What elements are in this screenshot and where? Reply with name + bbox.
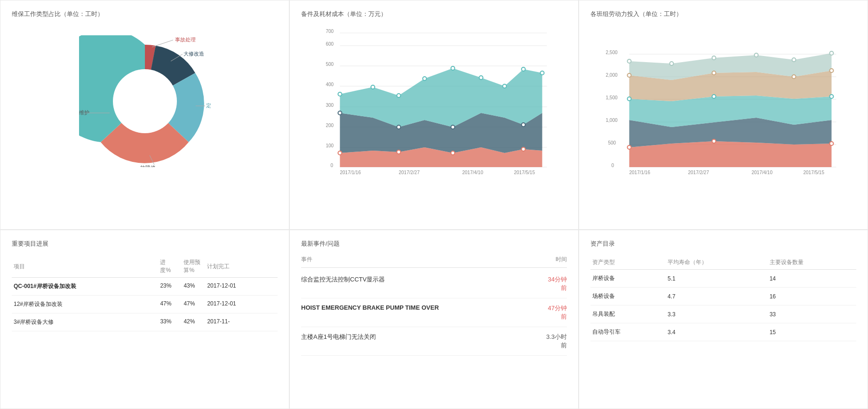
svg-point-72 bbox=[830, 95, 834, 98]
project-budget-3: 42% bbox=[182, 313, 205, 331]
svg-text:100: 100 bbox=[326, 143, 334, 148]
event-name-2: HOIST EMERGENCY BRAKE PUMP TIME OVER bbox=[301, 304, 548, 311]
asset-life-2: 4.7 bbox=[666, 288, 768, 305]
svg-point-42 bbox=[451, 151, 455, 155]
events-col-time: 时间 bbox=[556, 256, 567, 264]
svg-line-2 bbox=[152, 40, 173, 47]
col-date: 计划完工 bbox=[205, 256, 278, 278]
svg-text:2017/4/10: 2017/4/10 bbox=[462, 170, 484, 175]
project-budget-1: 43% bbox=[182, 278, 205, 296]
project-date-3: 2017-11- bbox=[205, 313, 278, 331]
svg-point-29 bbox=[397, 94, 401, 97]
asset-type-3: 吊具装配 bbox=[590, 305, 666, 323]
svg-text:0: 0 bbox=[612, 163, 614, 168]
events-col-event: 事件 bbox=[301, 256, 312, 264]
event-row-2: HOIST EMERGENCY BRAKE PUMP TIME OVER 47分… bbox=[301, 298, 567, 327]
svg-point-73 bbox=[628, 145, 631, 149]
svg-text:2,000: 2,000 bbox=[606, 72, 618, 78]
asset-count-1: 14 bbox=[768, 270, 856, 288]
dashboard: 维保工作类型占比（单位：工时） bbox=[0, 0, 868, 409]
col-project: 项目 bbox=[12, 256, 158, 278]
assets-table: 资产类型 平均寿命（年） 主要设备数量 岸桥设备 5.1 14 场桥设备 4.7… bbox=[590, 256, 856, 341]
events-title: 最新事件/问题 bbox=[301, 240, 567, 248]
project-row-3: 3#岸桥设备大修 33% 42% 2017-11- bbox=[12, 313, 278, 331]
project-name-2: 12#岸桥设备加改装 bbox=[12, 296, 158, 313]
projects-panel: 重要项目进展 项目 进 度% 使用预 算% 计划完工 QC-001#岸桥设备加改… bbox=[0, 230, 289, 409]
labor-panel: 各班组劳动力投入（单位：工时） 0 500 1,000 1,500 2,000 … bbox=[579, 0, 868, 230]
assets-col-count: 主要设备数量 bbox=[768, 256, 856, 270]
col-progress: 进 度% bbox=[158, 256, 182, 278]
svg-point-43 bbox=[522, 147, 526, 151]
svg-text:2017/4/10: 2017/4/10 bbox=[752, 170, 773, 175]
project-progress-2: 47% bbox=[158, 296, 182, 313]
label-repair: 故障修 bbox=[140, 165, 156, 167]
labor-title: 各班组劳动力投入（单位：工时） bbox=[590, 10, 856, 18]
event-row-3: 主楼A座1号电梯门无法关闭 3.3小时前 bbox=[301, 327, 567, 356]
svg-point-60 bbox=[628, 59, 631, 63]
svg-point-28 bbox=[371, 85, 375, 89]
col-budget: 使用预 算% bbox=[182, 256, 205, 278]
asset-count-4: 15 bbox=[768, 323, 856, 341]
svg-point-1 bbox=[113, 69, 177, 133]
svg-text:200: 200 bbox=[326, 123, 334, 128]
svg-text:2017/1/16: 2017/1/16 bbox=[629, 170, 651, 175]
svg-text:500: 500 bbox=[608, 140, 616, 145]
asset-type-2: 场桥设备 bbox=[590, 288, 666, 305]
label-accident: 事故处理 bbox=[175, 37, 196, 42]
project-name-3: 3#岸桥设备大修 bbox=[12, 313, 158, 331]
svg-point-69 bbox=[830, 69, 834, 72]
svg-text:1,500: 1,500 bbox=[606, 95, 618, 100]
asset-count-3: 33 bbox=[768, 305, 856, 323]
labor-area-red bbox=[629, 141, 832, 167]
event-row-1: 综合监控无法控制CCTV显示器 34分钟前 bbox=[301, 270, 567, 298]
svg-point-40 bbox=[338, 151, 342, 155]
svg-point-70 bbox=[628, 97, 631, 101]
assets-title: 资产目录 bbox=[590, 240, 856, 248]
svg-point-38 bbox=[451, 125, 455, 129]
svg-point-65 bbox=[830, 51, 834, 55]
svg-point-71 bbox=[712, 95, 716, 98]
svg-point-30 bbox=[423, 77, 427, 80]
svg-point-64 bbox=[792, 58, 796, 62]
asset-count-2: 16 bbox=[768, 288, 856, 305]
event-time-2: 47分钟前 bbox=[548, 304, 567, 321]
svg-text:400: 400 bbox=[326, 82, 334, 87]
svg-text:600: 600 bbox=[326, 41, 334, 47]
svg-point-66 bbox=[628, 73, 631, 77]
labor-chart-container: 0 500 1,000 1,500 2,000 2,500 2017/1/16 … bbox=[590, 26, 856, 176]
asset-row-4: 自动导引车 3.4 15 bbox=[590, 323, 856, 341]
assets-panel: 资产目录 资产类型 平均寿命（年） 主要设备数量 岸桥设备 5.1 14 场桥设… bbox=[579, 230, 868, 409]
svg-point-35 bbox=[541, 71, 544, 75]
svg-point-36 bbox=[338, 111, 342, 115]
event-name-1: 综合监控无法控制CCTV显示器 bbox=[301, 275, 548, 284]
assets-col-life: 平均寿命（年） bbox=[666, 256, 768, 270]
project-date-1: 2017-12-01 bbox=[205, 278, 278, 296]
svg-text:2017/2/27: 2017/2/27 bbox=[399, 170, 420, 175]
donut-title: 维保工作类型占比（单位：工时） bbox=[12, 10, 278, 18]
label-overhaul: 大修改造 bbox=[183, 51, 204, 56]
svg-text:0: 0 bbox=[331, 163, 334, 168]
asset-type-1: 岸桥设备 bbox=[590, 270, 666, 288]
svg-text:300: 300 bbox=[326, 103, 334, 108]
svg-text:2017/5/15: 2017/5/15 bbox=[804, 170, 825, 175]
svg-point-75 bbox=[830, 142, 834, 145]
asset-row-1: 岸桥设备 5.1 14 bbox=[590, 270, 856, 288]
svg-text:700: 700 bbox=[326, 29, 334, 34]
svg-point-27 bbox=[338, 92, 342, 96]
svg-point-32 bbox=[479, 76, 483, 80]
svg-point-68 bbox=[792, 75, 796, 79]
svg-point-61 bbox=[670, 62, 674, 65]
projects-table: 项目 进 度% 使用预 算% 计划完工 QC-001#岸桥设备加改装 23% 4… bbox=[12, 256, 278, 331]
svg-point-63 bbox=[755, 53, 758, 57]
label-prevention: 预防维护 bbox=[79, 110, 89, 115]
cost-title: 备件及耗材成本（单位：万元） bbox=[301, 10, 567, 18]
labor-chart-svg: 0 500 1,000 1,500 2,000 2,500 2017/1/16 … bbox=[590, 26, 856, 176]
svg-point-31 bbox=[451, 66, 455, 70]
events-panel: 最新事件/问题 事件 时间 综合监控无法控制CCTV显示器 34分钟前 HOIS… bbox=[289, 230, 579, 409]
cost-panel: 备件及耗材成本（单位：万元） 0 100 200 300 400 500 600… bbox=[289, 0, 579, 230]
svg-text:2,500: 2,500 bbox=[606, 50, 618, 55]
cost-chart-svg: 0 100 200 300 400 500 600 700 bbox=[301, 26, 567, 176]
projects-title: 重要项目进展 bbox=[12, 240, 278, 248]
project-budget-2: 47% bbox=[182, 296, 205, 313]
svg-point-37 bbox=[397, 125, 401, 129]
